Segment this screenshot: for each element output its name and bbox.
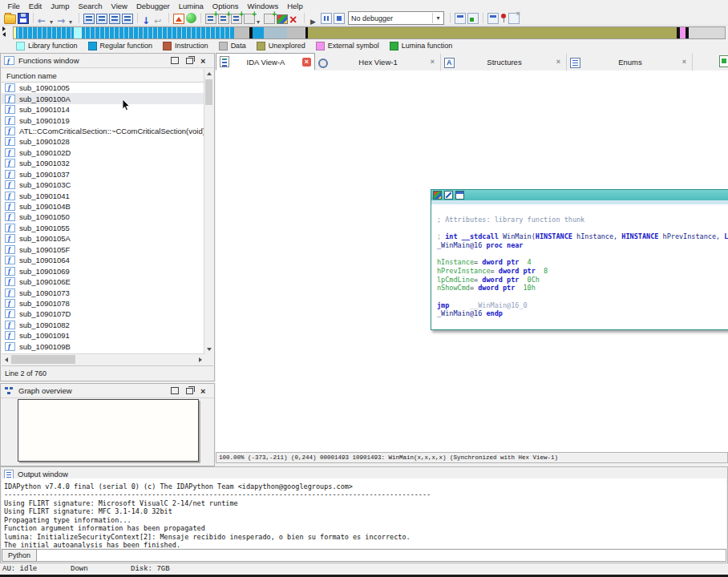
function-row[interactable]: ATL::CComCriticalSection::~CComCriticalS… <box>2 126 204 136</box>
maximize-icon[interactable] <box>171 57 179 64</box>
menu-item-debugger[interactable]: Debugger <box>131 2 174 10</box>
menu-item-lumina[interactable]: Lumina <box>174 2 208 10</box>
jump-print-icon[interactable] <box>122 14 133 24</box>
float-icon[interactable] <box>186 58 193 64</box>
tab-hex-view-1[interactable]: Hex View-1 <box>315 54 441 71</box>
close-icon[interactable] <box>200 387 208 394</box>
caret-icon[interactable] <box>69 13 75 23</box>
plus-c-icon[interactable] <box>231 14 242 24</box>
function-row[interactable]: sub_1090103C <box>2 180 204 190</box>
scroll-left-icon[interactable] <box>2 354 10 365</box>
function-row[interactable]: sub_10901082 <box>2 320 204 330</box>
function-row[interactable]: sub_10901073 <box>2 287 204 297</box>
term-b-icon[interactable] <box>467 13 479 24</box>
function-row[interactable]: sub_1090100A <box>2 93 204 103</box>
pin-red-icon[interactable] <box>500 13 507 23</box>
hscroll-thumb[interactable] <box>11 355 75 364</box>
menu-item-windows[interactable]: Windows <box>243 2 283 10</box>
navband-up-arrow-icon[interactable] <box>2 26 6 31</box>
mod-a-icon[interactable] <box>487 13 499 24</box>
caret-icon[interactable] <box>50 13 55 23</box>
graph-overview-titlebar[interactable]: Graph overview <box>1 384 214 398</box>
tab-structures[interactable]: Structures <box>441 54 567 71</box>
navigation-band[interactable] <box>13 26 726 39</box>
cancel-red-icon[interactable] <box>289 13 300 23</box>
vscroll-thumb[interactable] <box>205 79 212 105</box>
mod-b-icon[interactable] <box>508 13 520 24</box>
output-console[interactable]: ----------------------------------------… <box>2 478 726 548</box>
function-row[interactable]: sub_10901032 <box>2 158 204 168</box>
function-row[interactable]: sub_10901091 <box>2 330 204 341</box>
jump-name-icon[interactable] <box>83 14 95 24</box>
menu-item-view[interactable]: View <box>107 2 131 10</box>
start-play-icon[interactable] <box>309 13 319 23</box>
tab-close-icon[interactable] <box>680 58 689 67</box>
lumina-sphere-icon[interactable] <box>186 13 196 23</box>
function-row[interactable]: sub_10901041 <box>2 190 204 200</box>
functions-window-titlebar[interactable]: Functions window <box>1 54 214 68</box>
disassembly-popup[interactable]: ; Attributes: library function thunk; in… <box>431 189 728 330</box>
tab-close-icon[interactable] <box>428 58 437 67</box>
function-row[interactable]: sub_1090105A <box>2 233 204 244</box>
window-icon[interactable] <box>455 191 464 200</box>
plus-b-icon[interactable] <box>218 14 229 24</box>
save-icon[interactable] <box>18 13 29 24</box>
function-row[interactable]: sub_10901055 <box>2 223 204 233</box>
menu-item-help[interactable]: Help <box>283 2 308 10</box>
stop-icon[interactable] <box>334 13 345 24</box>
function-row[interactable]: sub_1090105F <box>2 244 204 255</box>
close-icon[interactable] <box>200 57 208 64</box>
tab-close-icon[interactable] <box>302 58 311 67</box>
function-row[interactable]: sub_10901019 <box>2 115 204 125</box>
palette-icon[interactable] <box>433 191 442 200</box>
tab-enums[interactable]: Enums <box>567 54 693 71</box>
function-row[interactable]: sub_10901005 <box>2 83 204 93</box>
flow-chart-icon[interactable] <box>173 14 184 24</box>
term-a-icon[interactable] <box>455 13 466 24</box>
python-label[interactable]: Python <box>2 549 37 562</box>
function-list-hscrollbar[interactable] <box>2 353 204 365</box>
function-row[interactable]: sub_10901069 <box>2 265 204 276</box>
open-file-icon[interactable] <box>4 14 16 24</box>
jump-address-icon[interactable] <box>142 13 152 23</box>
scroll-up-icon[interactable] <box>204 69 213 78</box>
menu-item-jump[interactable]: Jump <box>47 2 74 10</box>
plus-e-icon[interactable] <box>264 14 275 24</box>
scroll-right-icon[interactable] <box>196 354 204 365</box>
menu-item-edit[interactable]: Edit <box>24 2 46 10</box>
jump-func-icon[interactable] <box>96 14 107 24</box>
nav-back-icon[interactable] <box>38 13 48 23</box>
edit-icon[interactable] <box>444 191 453 200</box>
palette-icon[interactable] <box>277 14 288 24</box>
function-row[interactable]: sub_1090106E <box>2 276 204 287</box>
function-row[interactable]: sub_10901037 <box>2 169 204 180</box>
scroll-down-icon[interactable] <box>204 345 213 353</box>
float-icon[interactable] <box>186 388 193 394</box>
function-row[interactable]: sub_10901050 <box>2 212 204 222</box>
python-input[interactable] <box>37 549 726 562</box>
nav-forward-icon[interactable] <box>57 13 67 23</box>
tab-ida-view-a[interactable]: IDA View-A <box>216 53 315 71</box>
pause-icon[interactable] <box>321 13 332 24</box>
disassembly-text[interactable]: ; Attributes: library function thunk; in… <box>431 204 728 318</box>
graph-overview-frame[interactable] <box>18 399 199 462</box>
imports-tab-icon[interactable] <box>719 55 728 67</box>
caret-icon[interactable] <box>257 13 262 23</box>
undo-nav-icon[interactable] <box>154 13 164 23</box>
dropdown-arrow-icon[interactable] <box>432 13 443 23</box>
function-row[interactable]: sub_1090107D <box>2 309 204 319</box>
function-row[interactable]: sub_10901064 <box>2 255 204 265</box>
jump-seg-icon[interactable] <box>109 14 120 24</box>
navband-down-arrow-icon[interactable] <box>2 32 6 37</box>
function-name-column-header[interactable]: Function name <box>2 69 204 83</box>
debugger-select[interactable]: No debugger <box>348 11 444 25</box>
disassembly-popup-titlebar[interactable] <box>431 190 728 200</box>
function-row[interactable]: sub_10901078 <box>2 298 204 309</box>
function-list-vscrollbar[interactable] <box>204 69 213 353</box>
navband-scroll-arrows[interactable] <box>2 26 10 38</box>
function-row[interactable]: sub_1090109B <box>2 341 204 352</box>
function-row[interactable]: sub_10901028 <box>2 136 204 147</box>
plus-a-icon[interactable] <box>205 14 216 24</box>
function-row[interactable]: sub_10901014 <box>2 104 204 115</box>
function-row[interactable]: sub_1090102D <box>2 147 204 158</box>
